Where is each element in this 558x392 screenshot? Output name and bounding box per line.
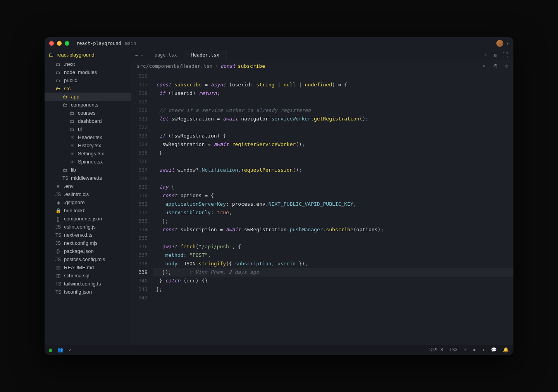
code-line[interactable]: userVisibleOnly: true, — [153, 208, 513, 217]
split-editor-button[interactable]: ▥ — [494, 52, 497, 58]
file-tree-item[interactable]: ▤README.md — [45, 263, 131, 272]
code-line[interactable] — [153, 98, 513, 106]
file-tree-item[interactable]: JS.eslintrc.cjs — [45, 190, 131, 198]
new-tab-button[interactable]: ＋ — [483, 52, 489, 58]
file-tree-item[interactable]: {}components.json — [45, 215, 131, 223]
file-tree-item[interactable]: 🗀lib — [45, 166, 131, 174]
ts-icon: TS — [62, 175, 68, 181]
file-tree-item[interactable]: ⚛Spinner.tsx — [45, 158, 131, 166]
code-editor[interactable]: 3163173183193203213223233243253263273283… — [131, 71, 513, 345]
cursor-position[interactable]: 339:8 — [429, 347, 443, 352]
nav-back-button[interactable]: ← — [135, 52, 138, 58]
code-line[interactable]: method: "POST", — [153, 251, 513, 260]
code-line[interactable] — [153, 72, 513, 81]
code-line[interactable]: const options = { — [153, 191, 513, 200]
file-tree-item[interactable]: TSmiddleware.ts — [45, 174, 131, 182]
code-line[interactable]: }; — [153, 285, 513, 294]
code-line[interactable]: applicationServerKey: process.env.NEXT_P… — [153, 200, 513, 208]
file-tree-item[interactable]: {}package.json — [45, 247, 131, 255]
file-tree-item[interactable]: ◫schema.sql — [45, 272, 131, 280]
file-tree-item[interactable]: TStailwind.config.ts — [45, 280, 131, 288]
nav-forward-button[interactable]: → — [141, 52, 144, 58]
file-tree-item[interactable]: 🗀.next — [45, 60, 131, 68]
people-icon[interactable]: 👥 — [57, 347, 63, 352]
code-line[interactable]: try { — [153, 183, 513, 191]
file-tree-item[interactable]: ⚛History.tsx — [45, 141, 131, 150]
folder-icon: 🗀 — [55, 78, 61, 83]
code-line[interactable] — [153, 174, 513, 183]
maximize-window-button[interactable] — [65, 41, 69, 46]
code-line[interactable]: swRegistration = await registerServiceWo… — [153, 140, 513, 149]
file-explorer[interactable]: 🗀 react-playground 🗀.next🗀node_modules🗀p… — [45, 50, 131, 345]
search-icon[interactable]: ⌕ — [482, 63, 486, 69]
file-tree-item[interactable]: ⚛Header.tsx — [45, 133, 131, 141]
panel-icon[interactable]: ▣ — [49, 347, 52, 352]
sparkle-icon[interactable]: ✦ — [482, 347, 485, 352]
file-tree-item[interactable]: TSnext-env.d.ts — [45, 231, 131, 239]
line-number: 319 — [131, 98, 148, 106]
file-tree-item[interactable]: 🗀public — [45, 76, 131, 84]
breadcrumb[interactable]: src/components/Header.tsx › const subscr… — [131, 60, 513, 71]
code-line[interactable]: body: JSON.stringify({ subscription, use… — [153, 260, 513, 268]
project-root[interactable]: 🗀 react-playground — [45, 50, 131, 60]
file-tree-item[interactable]: JSeslint.config.js — [45, 223, 131, 231]
line-number: 337 — [131, 251, 148, 260]
code-line[interactable] — [153, 234, 513, 242]
file-tree-item[interactable]: ≡.env — [45, 182, 131, 190]
code-line[interactable]: const subscribe = async (userid: string … — [153, 81, 513, 89]
file-tree-item[interactable]: 🗁src — [45, 84, 131, 93]
bell-icon[interactable]: 🔔 — [503, 347, 509, 352]
file-tree-item[interactable]: 🗀ui — [45, 125, 131, 133]
code-line[interactable]: if (!userid) return; — [153, 89, 513, 98]
code-line[interactable]: // check if a service worker is already … — [153, 106, 513, 115]
code-content[interactable]: const subscribe = async (userid: string … — [153, 72, 513, 345]
file-tree-item[interactable]: ⚛Settings.tsx — [45, 150, 131, 158]
line-number: 317 — [131, 81, 148, 89]
fullscreen-button[interactable]: ⛶ — [503, 52, 508, 58]
file-tree-item[interactable]: 🗁components — [45, 101, 131, 109]
git-branch[interactable]: main — [125, 41, 136, 46]
wand-icon[interactable]: ⚟ — [493, 63, 498, 69]
code-line[interactable]: } catch (err) {} — [153, 277, 513, 285]
code-line[interactable]: }); ⌗ Vinh Pham, 2 days ago — [153, 268, 513, 277]
file-tree-label: tailwind.config.ts — [64, 281, 101, 287]
settings-icon[interactable]: ≡ — [505, 63, 508, 69]
code-line[interactable]: if (!swRegistration) { — [153, 132, 513, 140]
editor-tab[interactable]: Header.tsx — [184, 50, 226, 60]
folder-icon: 🗀 — [69, 119, 75, 124]
chevron-down-icon[interactable]: ▾ — [506, 41, 509, 46]
language-mode[interactable]: TSX — [450, 347, 458, 352]
file-tree-item[interactable]: JSpostcss.config.mjs — [45, 255, 131, 263]
code-line[interactable]: await window?.Notification.requestPermis… — [153, 166, 513, 174]
file-tree-item[interactable]: JSnext.config.mjs — [45, 239, 131, 247]
file-tree-item[interactable]: 🗀app — [45, 93, 131, 101]
terminal-icon[interactable]: ▪ — [473, 347, 476, 352]
code-line[interactable] — [153, 157, 513, 166]
file-tree-item[interactable]: ◈.gitignore — [45, 198, 131, 206]
close-window-button[interactable] — [49, 41, 54, 46]
file-tree-item[interactable]: 🗀node_modules — [45, 68, 131, 76]
minimize-window-button[interactable] — [57, 41, 62, 46]
code-line[interactable]: }; — [153, 217, 513, 225]
file-tree-label: next.config.mjs — [64, 240, 98, 246]
file-tree-item[interactable]: 🔒bun.lockb — [45, 206, 131, 215]
code-line[interactable]: } — [153, 149, 513, 157]
code-line[interactable] — [153, 294, 513, 302]
code-line[interactable]: let swRegistration = await navigator.ser… — [153, 115, 513, 123]
breadcrumb-kw: const — [220, 63, 236, 69]
file-tree-item[interactable]: TStsconfig.json — [45, 288, 131, 296]
editor-tab[interactable]: page.tsx — [148, 50, 184, 60]
js-icon: JS — [55, 241, 61, 246]
file-tree-item[interactable]: 🗀courses — [45, 109, 131, 117]
code-line[interactable]: const subscription = await swRegistratio… — [153, 225, 513, 234]
file-tree-label: .eslintrc.cjs — [64, 191, 89, 197]
code-line[interactable] — [153, 123, 513, 132]
diagnostics-icon[interactable]: ⚡ — [464, 347, 467, 352]
project-root-label: react-playground — [57, 52, 95, 58]
file-tree-label: middleware.ts — [71, 175, 102, 181]
user-avatar[interactable] — [496, 40, 503, 47]
chat-icon[interactable]: 💬 — [491, 347, 497, 352]
code-line[interactable]: await fetch("/api/push", { — [153, 242, 513, 251]
file-tree-item[interactable]: 🗀dashboard — [45, 117, 131, 125]
check-icon[interactable]: ✓ — [69, 347, 71, 352]
